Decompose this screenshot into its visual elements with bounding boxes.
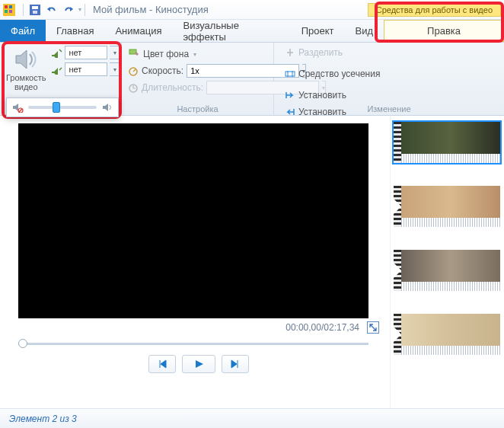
qat-dropdown-icon[interactable]: ▾: [78, 6, 81, 13]
ribbon-tabs: Файл Главная Анимация Визуальные эффекты…: [0, 20, 504, 43]
svg-rect-6: [32, 6, 38, 9]
tab-home[interactable]: Главная: [46, 20, 104, 42]
timeline-clip[interactable]: [394, 250, 500, 291]
timeline-clip[interactable]: [394, 122, 500, 163]
group-adjust: Цвет фона ▾ Скорость: ▾ Длительность: ▾ …: [122, 43, 274, 115]
paint-icon: [128, 48, 140, 60]
fade-in-icon: [50, 47, 62, 58]
bgcolor-label[interactable]: Цвет фона: [143, 49, 189, 59]
playback-controls: [18, 355, 379, 373]
svg-rect-1: [5, 5, 8, 8]
app-icon: [3, 4, 15, 16]
tab-visual-effects[interactable]: Визуальные эффекты: [172, 20, 290, 42]
speed-label: Скорость:: [142, 65, 183, 76]
timecode: 00:00,00/02:17,34: [285, 322, 359, 333]
preview-pane: 00:00,00/02:17,34: [0, 116, 390, 408]
svg-rect-7: [33, 11, 37, 14]
prev-frame-button[interactable]: [148, 355, 176, 373]
timeline-clip[interactable]: [394, 186, 500, 227]
speaker-max-icon[interactable]: [101, 102, 113, 113]
split-icon: [285, 47, 295, 58]
video-preview[interactable]: [18, 123, 368, 318]
speaker-icon[interactable]: [11, 46, 41, 73]
tab-animation[interactable]: Анимация: [104, 20, 172, 42]
statusbar: Элемент 2 из 3: [0, 408, 504, 428]
group-edit: Разделить Средство усечения Установить У…: [274, 43, 504, 115]
fullscreen-icon[interactable]: [367, 321, 379, 334]
split-button: Разделить: [280, 46, 498, 59]
mute-icon[interactable]: [11, 102, 24, 113]
volume-thumb[interactable]: [53, 102, 60, 113]
svg-rect-4: [9, 10, 12, 13]
duration-label: Длительность:: [142, 82, 203, 93]
speed-icon: [128, 65, 139, 77]
tab-project[interactable]: Проект: [291, 20, 345, 42]
fade-out-input[interactable]: [65, 62, 107, 76]
redo-icon[interactable]: [61, 2, 76, 18]
volume-label-2: видео: [14, 82, 38, 91]
timeline-clip[interactable]: [394, 314, 500, 355]
tab-file[interactable]: Файл: [0, 20, 46, 42]
dropdown-icon[interactable]: ▾: [110, 46, 120, 59]
volume-track[interactable]: [28, 106, 97, 109]
group-label: Настройка: [122, 104, 273, 113]
fade-in-input[interactable]: [65, 46, 107, 59]
group-label: Изменение: [274, 104, 504, 113]
undo-icon[interactable]: [44, 2, 59, 18]
content: 00:00,00/02:17,34: [0, 116, 504, 408]
seek-thumb[interactable]: [18, 339, 27, 348]
dropdown-icon[interactable]: ▾: [110, 62, 120, 76]
volume-label-1: Громкость: [6, 73, 46, 82]
separator: [85, 4, 85, 16]
tab-edit[interactable]: Правка: [384, 20, 504, 42]
svg-rect-3: [5, 10, 8, 13]
separator: [23, 4, 24, 16]
dropdown-icon[interactable]: ▾: [193, 51, 196, 58]
set-start-icon: [285, 91, 295, 100]
volume-slider-popup: [6, 97, 119, 117]
svg-rect-2: [9, 5, 12, 8]
contextual-header: Средства для работы с видео: [368, 3, 501, 17]
save-icon[interactable]: [27, 2, 43, 18]
trim-button[interactable]: Средство усечения: [280, 67, 498, 81]
titlebar: ▾ Мой фильм - Киностудия Средства для ра…: [0, 0, 504, 20]
status-text: Элемент 2 из 3: [9, 414, 77, 424]
set-start-button[interactable]: Установить: [280, 88, 498, 102]
timeline-pane: [390, 116, 504, 408]
play-button[interactable]: [182, 355, 215, 373]
tab-view[interactable]: Вид: [345, 20, 384, 42]
duration-icon: [128, 81, 139, 94]
trim-icon: [285, 69, 295, 79]
seek-bar[interactable]: [18, 338, 368, 349]
fade-out-icon: [50, 64, 62, 75]
window-title: Мой фильм - Киностудия: [93, 4, 209, 15]
svg-rect-11: [285, 72, 295, 76]
next-frame-button[interactable]: [222, 355, 249, 373]
